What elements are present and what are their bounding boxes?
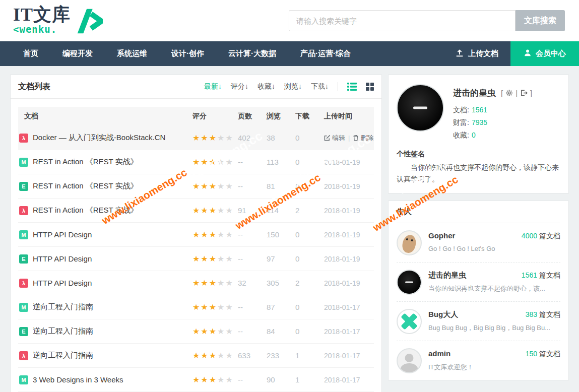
mobi-file-icon: M	[19, 375, 28, 384]
doc-title-link[interactable]: 逆向工程入门指南	[33, 351, 93, 360]
table-row[interactable]: MREST in Action 《REST 实战》★★★★★--11302018…	[18, 150, 374, 174]
doc-title-cell: EHTTP API Design	[18, 254, 192, 264]
star-icon: ★	[217, 351, 225, 360]
downloads-value: 0	[295, 134, 324, 142]
list-view-icon[interactable]	[347, 83, 357, 91]
nav-item-5[interactable]: 产品·运营·综合	[288, 41, 363, 66]
document-list-card: 文档列表 最新↓评分↓收藏↓浏览↓下载↓	[10, 75, 382, 392]
views-value: 90	[267, 375, 295, 384]
doc-title-link[interactable]: REST in Action 《REST 实战》	[33, 181, 138, 191]
star-icon: ★	[209, 351, 217, 360]
star-icon: ★	[209, 303, 217, 311]
downloads-value: 0	[295, 254, 324, 263]
views-value: 114	[267, 206, 295, 215]
rating-stars: ★★★★★	[192, 375, 238, 384]
table-row[interactable]: λHTTP API Design★★★★★3230522018-01-19	[18, 271, 374, 295]
epub-file-icon: E	[19, 182, 28, 191]
doc-title-cell: λDocker — 从入门到实战-BookStack.CN	[18, 133, 192, 143]
profile-name[interactable]: 进击的皇虫	[453, 87, 496, 99]
user-signature: Go ! Go ! Go ! Let's Go	[428, 245, 560, 252]
user-list-item[interactable]: Bug大人383篇文档Bug Bug Bug，Big Big Big，Bug B…	[397, 302, 560, 341]
sort-4[interactable]: 下载↓	[311, 82, 329, 91]
views-value: 305	[267, 279, 295, 287]
user-avatar	[397, 309, 422, 334]
delete-label: 删除	[360, 134, 373, 143]
user-signature: Bug Bug Bug，Big Big Big，Bug Big Bu...	[428, 323, 560, 333]
upload-icon	[455, 49, 464, 59]
profile-stat: 文档:1561	[453, 104, 532, 116]
user-avatar	[397, 230, 422, 255]
nav-item-1[interactable]: 编程开发	[50, 41, 105, 66]
user-name[interactable]: Gopher	[428, 231, 455, 240]
views-value: 81	[267, 182, 295, 190]
nav-item-0[interactable]: 首页	[11, 41, 50, 66]
table-row[interactable]: EREST in Action 《REST 实战》★★★★★--8102018-…	[18, 174, 374, 199]
pages-value: --	[238, 230, 267, 239]
edit-button[interactable]: 编辑	[324, 134, 345, 143]
site-logo[interactable]: IT文库 <wenku.	[13, 5, 103, 37]
sort-label: 下载	[311, 82, 325, 90]
nav-item-2[interactable]: 系统运维	[105, 41, 159, 66]
nav-item-3[interactable]: 设计·创作	[159, 41, 216, 66]
table-row[interactable]: M3 Web Designs in 3 Weeks★★★★★--9012018-…	[18, 368, 374, 392]
user-name[interactable]: 进击的皇虫	[428, 271, 466, 280]
grid-view-icon[interactable]	[366, 83, 374, 91]
delete-button[interactable]: 删除	[353, 134, 373, 143]
sort-0[interactable]: 最新↓	[204, 82, 222, 91]
sort-2[interactable]: 收藏↓	[258, 82, 275, 91]
star-icon: ★	[225, 351, 233, 360]
member-center-button[interactable]: 会员中心	[510, 41, 579, 66]
pdf-file-icon: λ	[19, 279, 28, 288]
epub-file-icon: E	[19, 254, 28, 264]
star-icon: ★	[192, 254, 201, 263]
pages-value: 402	[238, 134, 267, 142]
nav-item-4[interactable]: 云计算·大数据	[216, 41, 288, 66]
search-button[interactable]: 文库搜索	[516, 10, 565, 31]
user-list-item[interactable]: admin150篇文档IT文库欢迎您！	[397, 341, 560, 380]
rating-stars: ★★★★★	[192, 206, 238, 215]
pages-value: --	[238, 182, 267, 190]
profile-avatar[interactable]	[397, 84, 444, 132]
column-header: 上传时间	[324, 112, 375, 121]
table-row[interactable]: M逆向工程入门指南★★★★★--8702018-01-17	[18, 295, 374, 319]
star-icon: ★	[192, 206, 201, 215]
doc-title-link[interactable]: REST in Action 《REST 实战》	[33, 206, 138, 215]
user-icon	[524, 49, 532, 58]
user-top-row: Gopher4000篇文档	[428, 231, 560, 241]
upload-date: 2018-01-19	[324, 255, 375, 263]
logo-subtitle: <wenku.	[13, 24, 71, 34]
upload-date: 2018-01-19	[324, 279, 375, 287]
search-input[interactable]	[289, 10, 516, 31]
column-header: 浏览	[267, 112, 295, 121]
table-row[interactable]: MHTTP API Design★★★★★--15002018-01-19	[18, 223, 374, 247]
sort-3[interactable]: 浏览↓	[284, 82, 302, 91]
table-row[interactable]: λ逆向工程入门指南★★★★★63323312018-01-17	[18, 344, 374, 368]
doc-title-link[interactable]: 3 Web Designs in 3 Weeks	[33, 375, 123, 384]
doc-title-link[interactable]: HTTP API Design	[33, 254, 92, 263]
doc-title-link[interactable]: HTTP API Design	[33, 230, 92, 239]
table-row[interactable]: λDocker — 从入门到实战-BookStack.CN★★★★★402380…	[18, 126, 374, 150]
doc-count-suffix: 篇文档	[539, 271, 560, 279]
user-list-item[interactable]: Gopher4000篇文档Go ! Go ! Go ! Let's Go	[397, 223, 560, 263]
doc-title-link[interactable]: Docker — 从入门到实战-BookStack.CN	[33, 133, 165, 143]
table-row[interactable]: λREST in Action 《REST 实战》★★★★★9111422018…	[18, 199, 374, 223]
doc-title-cell: λREST in Action 《REST 实战》	[18, 206, 192, 215]
doc-title-link[interactable]: 逆向工程入门指南	[33, 302, 93, 312]
settings-gear-icon[interactable]	[505, 89, 513, 97]
user-list-item[interactable]: 进击的皇虫1561篇文档当你的知识再也支撑不起你的野心，该...	[397, 263, 560, 302]
logout-icon[interactable]	[520, 89, 528, 97]
doc-title-link[interactable]: 逆向工程入门指南	[33, 326, 93, 336]
table-row[interactable]: EHTTP API Design★★★★★--9702018-01-19	[18, 247, 374, 271]
doc-title-link[interactable]: REST in Action 《REST 实战》	[33, 157, 138, 167]
doc-title-cell: MREST in Action 《REST 实战》	[18, 157, 192, 167]
doc-title-link[interactable]: HTTP API Design	[33, 279, 92, 287]
user-name[interactable]: admin	[428, 349, 451, 358]
sort-1[interactable]: 评分↓	[231, 82, 248, 91]
star-icon: ★	[209, 230, 217, 239]
user-name[interactable]: Bug大人	[428, 310, 458, 319]
table-row[interactable]: E逆向工程入门指南★★★★★--8402018-01-17	[18, 319, 374, 344]
bracket-close: ]	[530, 89, 532, 97]
star-icon: ★	[201, 254, 209, 263]
user-top-row: admin150篇文档	[428, 349, 560, 359]
upload-doc-button[interactable]: 上传文档	[443, 41, 510, 66]
